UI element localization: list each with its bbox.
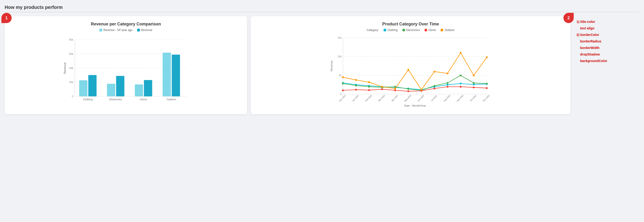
right-panel-item-4: borderWidth	[576, 45, 637, 51]
legend-color-prev	[100, 29, 102, 32]
dot-clothing-10	[473, 84, 475, 85]
bar-clothing-prev	[79, 80, 87, 96]
bar-outdoor-curr	[172, 55, 180, 96]
dot-home-9	[460, 86, 462, 88]
svg-text:10k: 10k	[338, 55, 342, 58]
dot-elec-7	[434, 85, 436, 87]
dot-elec-1	[355, 85, 357, 87]
svg-text:Oct 2022: Oct 2022	[470, 94, 477, 102]
svg-text:5k: 5k	[339, 74, 342, 77]
svg-text:Jan 2022: Jan 2022	[352, 94, 360, 102]
right-panel: 1) title-color text align 2) borderColor…	[574, 16, 639, 114]
page-title: How my products perform	[5, 5, 639, 12]
legend-item-prev: Revenue - SP year ago	[100, 29, 132, 32]
line-chart-card: 2 Product Category Over Time Category: C…	[251, 16, 570, 114]
bar-electronics-prev	[107, 84, 115, 96]
svg-text:Feb 2022: Feb 2022	[365, 94, 372, 102]
bar-clothing-curr	[88, 75, 96, 96]
svg-text:0: 0	[340, 93, 342, 96]
dot-home-3	[381, 88, 383, 90]
dot-home-11	[486, 87, 488, 89]
right-panel-item-2: 2) borderColor	[576, 32, 637, 38]
right-panel-item-5: dropShadow	[576, 51, 637, 58]
dot-home-4	[394, 90, 396, 91]
dot-outdoor-9	[460, 52, 462, 54]
dot-home-0	[342, 90, 344, 91]
svg-text:Dec 2021: Dec 2021	[338, 94, 346, 102]
svg-text:15k: 15k	[338, 36, 342, 39]
bar-chart-title: Revenue per Category Comparison	[10, 22, 242, 27]
bar-chart-svg: 0 20k 40k 60k 80k Revenue Clothing	[10, 36, 242, 101]
right-panel-item-6: backgroundColor	[576, 58, 637, 64]
svg-text:Revenue: Revenue	[330, 61, 333, 71]
dot-clothing-9	[460, 83, 462, 84]
legend-label-prev: Revenue - SP year ago	[104, 29, 132, 32]
legend-item-electronics: Electronics	[402, 29, 420, 32]
legend-label-outdoor: Outdoor	[444, 29, 454, 32]
svg-text:Home: Home	[140, 98, 147, 101]
legend-label-home: Home	[428, 29, 436, 32]
svg-text:May 2022: May 2022	[404, 94, 412, 102]
legend-label-curr: Revenue	[141, 29, 152, 32]
legend-label-electronics: Electronics	[406, 29, 420, 32]
svg-text:Outdoor: Outdoor	[167, 98, 176, 101]
bar-chart-legend: Revenue - SP year ago Revenue	[10, 29, 242, 32]
dot-elec-2	[368, 86, 370, 88]
badge-1: 1	[2, 13, 12, 23]
dot-elec-5	[408, 88, 409, 90]
legend-dot-outdoor	[440, 29, 443, 32]
bar-electronics-curr	[116, 76, 124, 97]
right-panel-item-1: text align	[576, 25, 637, 32]
right-panel-item-3: borderRadius	[576, 38, 637, 45]
svg-text:80k: 80k	[69, 38, 73, 41]
dot-elec-11	[486, 83, 488, 84]
dot-outdoor-7	[434, 71, 436, 73]
svg-text:Revenue: Revenue	[63, 62, 66, 74]
dot-home-10	[473, 87, 475, 88]
legend-item-curr: Revenue	[137, 29, 152, 32]
legend-dot-home	[424, 29, 427, 32]
bar-outdoor-prev	[162, 53, 171, 97]
svg-text:Date - Month/Year: Date - Month/Year	[404, 104, 426, 107]
dot-outdoor-11	[486, 56, 488, 58]
dot-outdoor-2	[368, 81, 370, 83]
svg-text:Electronics: Electronics	[109, 98, 122, 101]
svg-text:Apr 2022: Apr 2022	[391, 94, 398, 102]
svg-text:20k: 20k	[69, 81, 73, 84]
svg-text:Aug 2022: Aug 2022	[443, 94, 451, 102]
dot-outdoor-8	[447, 73, 449, 74]
legend-item-home: Home	[424, 29, 436, 32]
legend-dot-electronics	[402, 29, 405, 32]
dot-outdoor-10	[473, 75, 475, 77]
line-electronics	[343, 75, 487, 90]
legend-dot-clothing	[384, 29, 386, 32]
legend-item-outdoor: Outdoor	[440, 29, 454, 32]
dot-clothing-8	[447, 84, 449, 86]
dot-home-2	[368, 89, 370, 91]
svg-text:Sep 2022: Sep 2022	[456, 94, 464, 102]
dot-home-5	[408, 90, 409, 92]
legend-label-clothing: Clothing	[388, 29, 398, 32]
line-chart-svg: 0 5k 10k 15k Revenue Dec 2021 Jan 2022 F…	[256, 36, 565, 108]
dot-elec-0	[342, 83, 344, 84]
dot-outdoor-0	[342, 76, 344, 78]
dot-outdoor-1	[355, 79, 357, 81]
svg-text:60k: 60k	[69, 53, 73, 55]
line-chart-title: Product Category Over Time	[256, 22, 565, 27]
line-chart-legend: Category: Clothing Electronics Home Outd…	[256, 29, 565, 32]
right-panel-item-0: 1) title-color	[576, 19, 637, 25]
dot-outdoor-4	[394, 88, 396, 90]
badge-2: 2	[564, 13, 574, 23]
svg-text:Jun 2022: Jun 2022	[417, 94, 425, 102]
bar-home-curr	[144, 80, 152, 96]
svg-text:Clothing: Clothing	[83, 98, 93, 101]
svg-text:0: 0	[72, 95, 73, 98]
dot-elec-9	[460, 75, 462, 77]
dot-home-1	[355, 89, 357, 91]
svg-text:40k: 40k	[69, 67, 73, 70]
dot-home-7	[434, 88, 436, 90]
svg-text:Mar 2022: Mar 2022	[378, 94, 386, 102]
dot-elec-8	[447, 82, 449, 84]
svg-text:Jul 2022: Jul 2022	[430, 95, 438, 102]
dot-home-8	[447, 86, 449, 88]
